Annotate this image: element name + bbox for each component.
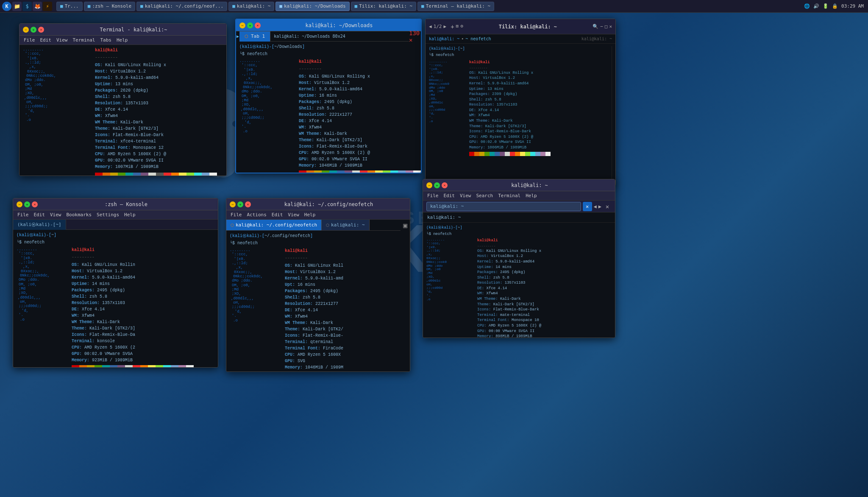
- file-manager-icon[interactable]: 📁: [12, 2, 22, 11]
- konsole-title: :zsh — Konsole: [38, 201, 214, 207]
- taskbar-tr-button[interactable]: ■ Tr...: [56, 2, 83, 11]
- tilix-prev-icon[interactable]: ◀: [429, 24, 432, 29]
- mate-search-next-icon[interactable]: ▶: [598, 204, 601, 209]
- maximize-button[interactable]: +: [24, 201, 30, 207]
- menu-settings[interactable]: Settings: [97, 212, 119, 218]
- konsole-tabbar: (kali㉿kali)-[~]: [13, 220, 218, 230]
- menu-search[interactable]: Search: [476, 193, 493, 198]
- tab-close-button[interactable]: 130 ✕: [409, 31, 421, 42]
- taskbar-home-button[interactable]: ■ kali@kali: ~: [228, 2, 274, 11]
- menu-edit[interactable]: Edit: [34, 212, 45, 218]
- minimize-button[interactable]: −: [426, 182, 432, 188]
- taskbar-downloads-button[interactable]: ■ kali@kali: ~/Downloads: [275, 2, 349, 11]
- mate-tabbar: kali@kali: ~: [423, 212, 615, 223]
- menu-view[interactable]: View: [56, 37, 68, 43]
- taskbar-tilix-button[interactable]: ■ Tilix: kali@kali: ~: [351, 2, 416, 11]
- menu-edit[interactable]: Edit: [40, 37, 52, 43]
- menu-file[interactable]: File: [17, 212, 29, 218]
- color-bar-downloads: [299, 170, 421, 173]
- downloads-controls: − + ×: [239, 22, 261, 28]
- menu-terminal[interactable]: Terminal: [498, 193, 520, 198]
- downloads-content[interactable]: (kali㉿kali)-[~/Downloads] └$ neofetch ..…: [236, 42, 421, 173]
- tab-add-button[interactable]: ▣: [401, 220, 410, 231]
- menu-file[interactable]: File: [231, 212, 242, 218]
- tilix-split-icon[interactable]: ⊞: [456, 23, 459, 30]
- downloads-titlebar: − + × kali@kali: ~/Downloads: [236, 20, 421, 31]
- downloads-window: − + × kali@kali: ~/Downloads ▶ ⬡ Tab 1 k…: [235, 19, 422, 173]
- menu-view[interactable]: View: [460, 193, 471, 198]
- kali-menu-icon[interactable]: K: [2, 2, 11, 11]
- menu-tabs[interactable]: Tabs: [100, 37, 111, 43]
- mate-search-options-icon[interactable]: ✕: [603, 202, 612, 211]
- konsole-titlebar: − + × :zsh — Konsole: [13, 198, 218, 210]
- taskbar-terminal-button[interactable]: ■ Terminal — kali@kali: ~: [417, 2, 494, 11]
- maximize-button[interactable]: +: [237, 201, 243, 207]
- tilix-next-icon[interactable]: ▶: [444, 24, 447, 29]
- terminal-1-content[interactable]: ......... '::ccc, '|x0. .,::ld; ,x, 0Xxo…: [19, 45, 226, 176]
- menu-actions[interactable]: Actions: [247, 212, 267, 218]
- tab-neofetch-config[interactable]: ⬡ kali@kali: ~/.config/neofetch: [226, 220, 322, 230]
- konsole-content[interactable]: (kali㉿kali)-[~] └$ neofetch ......... ':…: [13, 230, 218, 367]
- taskbar-apps: K 📁 $ 🦊 ⚡: [0, 2, 54, 11]
- terminal-icon[interactable]: $: [22, 2, 32, 11]
- tab-1[interactable]: ⬡ Tab 1: [239, 31, 270, 42]
- tilix-search-icon[interactable]: 🔍: [593, 24, 598, 29]
- neofetch-config-title: kali@kali: ~/.config/neofetch: [251, 201, 406, 207]
- burp-icon[interactable]: ⚡: [43, 2, 52, 11]
- konsole-tab-1[interactable]: (kali㉿kali)-[~]: [13, 220, 66, 230]
- maximize-button[interactable]: +: [434, 182, 440, 188]
- menu-help[interactable]: Help: [526, 193, 537, 198]
- tilix-close-icon[interactable]: ✕: [609, 24, 612, 29]
- close-button[interactable]: ×: [38, 27, 44, 33]
- maximize-button[interactable]: +: [31, 27, 36, 33]
- tilix-content[interactable]: (kali㉿kali)-[~] └$ neofetch ......... ':…: [426, 44, 615, 186]
- tilix-maximize-icon[interactable]: □: [605, 24, 608, 29]
- tilix-win-controls: 🔍 − □ ✕: [593, 24, 612, 29]
- tilix-headerbar: ◀ 1/2 ▶ + ⊞ ⚙ Tilix: kali@kali: ~ 🔍 − □ …: [426, 19, 615, 34]
- downloads-title: kali@kali: ~/Downloads: [261, 22, 417, 28]
- mate-tab-1[interactable]: kali@kali: ~: [423, 212, 465, 222]
- menu-file[interactable]: File: [427, 193, 439, 198]
- taskbar-zsh-konsole-button[interactable]: ■ :zsh — Konsole: [84, 2, 135, 11]
- close-button[interactable]: ×: [32, 201, 38, 207]
- menu-edit[interactable]: Edit: [444, 193, 455, 198]
- tab-home[interactable]: ⬡ kali@kali: ~: [322, 220, 369, 230]
- taskbar-neofetch-config-button[interactable]: ■ kali@kali: ~/.config/neof...: [136, 2, 227, 11]
- volume-icon: 🔊: [813, 3, 819, 9]
- mate-address-bar[interactable]: kali@kali: ~: [426, 202, 581, 211]
- tilix-right-pane-label: kali@kali: ~: [581, 36, 612, 41]
- minimize-button[interactable]: −: [17, 201, 22, 207]
- mate-controls: − + ×: [426, 182, 448, 188]
- minimize-button[interactable]: −: [23, 27, 29, 33]
- maximize-button[interactable]: +: [247, 22, 253, 28]
- tilix-add-icon[interactable]: +: [451, 23, 454, 30]
- menu-bookmarks[interactable]: Bookmarks: [67, 212, 92, 218]
- minimize-button[interactable]: −: [230, 201, 236, 207]
- tilix-minimize-icon[interactable]: −: [600, 24, 603, 29]
- taskbar-right: 🌐 🔊 🔋 🔒 03:29 AM: [800, 3, 868, 9]
- menu-edit[interactable]: Edit: [272, 212, 283, 218]
- menu-terminal[interactable]: Terminal: [73, 37, 95, 43]
- minimize-button[interactable]: −: [239, 22, 245, 28]
- mate-close-search-button[interactable]: ✕: [583, 202, 592, 211]
- menu-view[interactable]: View: [50, 212, 61, 218]
- menu-view[interactable]: View: [288, 212, 299, 218]
- browser-icon[interactable]: 🦊: [33, 2, 42, 11]
- menu-file[interactable]: File: [24, 37, 35, 43]
- mate-search-prev-icon[interactable]: ◀: [594, 204, 597, 209]
- menu-help[interactable]: Help: [304, 212, 316, 218]
- close-button[interactable]: ×: [245, 201, 251, 207]
- tilix-session-nav: ◀ 1/2 ▶: [429, 24, 446, 29]
- neofetch-config-content[interactable]: (kali㉿kali)-[~/.config/neofetch] └$ neof…: [226, 231, 410, 371]
- tilix-toolbar-icons: + ⊞ ⚙: [451, 23, 463, 30]
- mate-title: kali@kali: ~: [448, 182, 612, 188]
- close-button[interactable]: ×: [442, 182, 448, 188]
- close-button[interactable]: ×: [255, 22, 261, 28]
- tilix-settings-icon[interactable]: ⚙: [460, 23, 463, 30]
- color-bar-1: [95, 173, 223, 176]
- mate-content[interactable]: (kali㉿kali)-[~] └$ neofetch ......... ':…: [423, 223, 615, 338]
- menu-help[interactable]: Help: [117, 37, 128, 43]
- menu-help[interactable]: Help: [124, 212, 136, 218]
- neofetch-config-window: − + × kali@kali: ~/.config/neofetch File…: [226, 198, 410, 372]
- color-bar-konsole: [72, 365, 214, 367]
